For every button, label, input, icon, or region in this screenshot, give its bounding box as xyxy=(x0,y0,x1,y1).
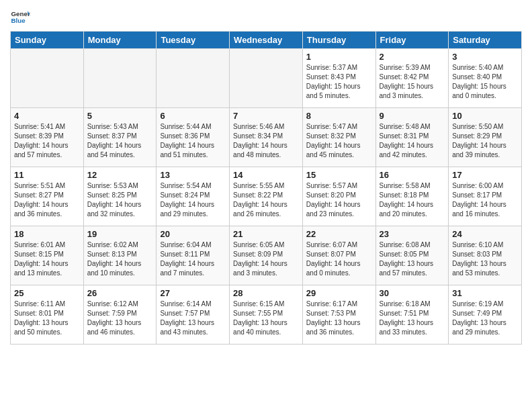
cell-5-7: 31Sunrise: 6:19 AM Sunset: 7:49 PM Dayli… xyxy=(449,285,522,345)
day-info: Sunrise: 6:12 AM Sunset: 7:59 PM Dayligh… xyxy=(87,300,153,337)
day-info: Sunrise: 6:15 AM Sunset: 7:55 PM Dayligh… xyxy=(233,300,299,337)
week-row-4: 18Sunrise: 6:01 AM Sunset: 8:15 PM Dayli… xyxy=(11,226,522,285)
day-info: Sunrise: 5:40 AM Sunset: 8:40 PM Dayligh… xyxy=(452,63,518,101)
day-info: Sunrise: 5:50 AM Sunset: 8:29 PM Dayligh… xyxy=(452,122,518,160)
cell-3-6: 16Sunrise: 5:58 AM Sunset: 8:18 PM Dayli… xyxy=(375,167,449,226)
cell-5-6: 30Sunrise: 6:18 AM Sunset: 7:51 PM Dayli… xyxy=(375,285,449,345)
day-info: Sunrise: 6:02 AM Sunset: 8:13 PM Dayligh… xyxy=(87,240,153,278)
day-number: 23 xyxy=(380,229,445,239)
day-info: Sunrise: 5:46 AM Sunset: 8:34 PM Dayligh… xyxy=(233,122,299,160)
day-info: Sunrise: 6:08 AM Sunset: 8:05 PM Dayligh… xyxy=(380,240,445,278)
day-number: 19 xyxy=(87,229,153,239)
day-number: 9 xyxy=(380,111,445,121)
col-header-thursday: Thursday xyxy=(302,32,375,49)
day-info: Sunrise: 6:04 AM Sunset: 8:11 PM Dayligh… xyxy=(160,240,226,278)
col-header-sunday: Sunday xyxy=(11,32,84,49)
cell-3-7: 17Sunrise: 6:00 AM Sunset: 8:17 PM Dayli… xyxy=(449,167,522,226)
day-number: 29 xyxy=(306,288,372,298)
cell-4-1: 18Sunrise: 6:01 AM Sunset: 8:15 PM Dayli… xyxy=(11,226,84,285)
day-info: Sunrise: 6:07 AM Sunset: 8:07 PM Dayligh… xyxy=(306,240,372,278)
day-info: Sunrise: 6:17 AM Sunset: 7:53 PM Dayligh… xyxy=(306,300,372,337)
cell-5-2: 26Sunrise: 6:12 AM Sunset: 7:59 PM Dayli… xyxy=(83,285,157,345)
day-info: Sunrise: 5:43 AM Sunset: 8:37 PM Dayligh… xyxy=(87,122,153,160)
col-header-friday: Friday xyxy=(375,32,449,49)
cell-1-3 xyxy=(157,49,230,108)
day-number: 10 xyxy=(452,111,518,121)
day-number: 4 xyxy=(14,111,80,121)
col-header-monday: Monday xyxy=(83,32,157,49)
day-number: 26 xyxy=(87,288,153,298)
cell-2-5: 8Sunrise: 5:47 AM Sunset: 8:32 PM Daylig… xyxy=(302,108,375,167)
day-info: Sunrise: 5:58 AM Sunset: 8:18 PM Dayligh… xyxy=(380,181,445,219)
day-number: 17 xyxy=(452,170,518,180)
svg-text:Blue: Blue xyxy=(11,17,26,24)
cell-5-1: 25Sunrise: 6:11 AM Sunset: 8:01 PM Dayli… xyxy=(11,285,84,345)
cell-5-4: 28Sunrise: 6:15 AM Sunset: 7:55 PM Dayli… xyxy=(230,285,303,345)
day-number: 1 xyxy=(306,52,372,62)
day-number: 25 xyxy=(14,288,80,298)
col-header-saturday: Saturday xyxy=(449,32,522,49)
cell-4-4: 21Sunrise: 6:05 AM Sunset: 8:09 PM Dayli… xyxy=(230,226,303,285)
logo-icon: General Blue xyxy=(10,7,30,27)
day-info: Sunrise: 5:37 AM Sunset: 8:43 PM Dayligh… xyxy=(306,63,372,101)
day-info: Sunrise: 5:57 AM Sunset: 8:20 PM Dayligh… xyxy=(306,181,372,219)
day-number: 18 xyxy=(14,229,80,239)
cell-4-7: 24Sunrise: 6:10 AM Sunset: 8:03 PM Dayli… xyxy=(449,226,522,285)
day-number: 7 xyxy=(233,111,299,121)
day-info: Sunrise: 6:18 AM Sunset: 7:51 PM Dayligh… xyxy=(380,300,445,337)
day-number: 15 xyxy=(306,170,372,180)
day-number: 31 xyxy=(452,288,518,298)
day-number: 13 xyxy=(160,170,226,180)
day-number: 21 xyxy=(233,229,299,239)
cell-3-1: 11Sunrise: 5:51 AM Sunset: 8:27 PM Dayli… xyxy=(11,167,84,226)
day-info: Sunrise: 6:10 AM Sunset: 8:03 PM Dayligh… xyxy=(452,240,518,278)
cell-2-2: 5Sunrise: 5:43 AM Sunset: 8:37 PM Daylig… xyxy=(83,108,157,167)
day-number: 5 xyxy=(87,111,153,121)
day-number: 6 xyxy=(160,111,226,121)
day-info: Sunrise: 6:11 AM Sunset: 8:01 PM Dayligh… xyxy=(14,300,80,337)
header-row: SundayMondayTuesdayWednesdayThursdayFrid… xyxy=(11,32,522,49)
week-row-1: 1Sunrise: 5:37 AM Sunset: 8:43 PM Daylig… xyxy=(11,49,522,108)
cell-1-2 xyxy=(83,49,157,108)
calendar-table: SundayMondayTuesdayWednesdayThursdayFrid… xyxy=(10,31,522,345)
day-info: Sunrise: 5:47 AM Sunset: 8:32 PM Dayligh… xyxy=(306,122,372,160)
cell-3-5: 15Sunrise: 5:57 AM Sunset: 8:20 PM Dayli… xyxy=(302,167,375,226)
day-info: Sunrise: 5:48 AM Sunset: 8:31 PM Dayligh… xyxy=(380,122,445,160)
day-number: 14 xyxy=(233,170,299,180)
col-header-tuesday: Tuesday xyxy=(157,32,230,49)
day-number: 20 xyxy=(160,229,226,239)
day-number: 3 xyxy=(452,52,518,62)
day-number: 16 xyxy=(380,170,445,180)
day-info: Sunrise: 5:41 AM Sunset: 8:39 PM Dayligh… xyxy=(14,122,80,160)
cell-4-5: 22Sunrise: 6:07 AM Sunset: 8:07 PM Dayli… xyxy=(302,226,375,285)
day-info: Sunrise: 5:54 AM Sunset: 8:24 PM Dayligh… xyxy=(160,181,226,219)
col-header-wednesday: Wednesday xyxy=(230,32,303,49)
cell-2-1: 4Sunrise: 5:41 AM Sunset: 8:39 PM Daylig… xyxy=(11,108,84,167)
logo: General Blue xyxy=(10,7,30,27)
cell-3-4: 14Sunrise: 5:55 AM Sunset: 8:22 PM Dayli… xyxy=(230,167,303,226)
week-row-2: 4Sunrise: 5:41 AM Sunset: 8:39 PM Daylig… xyxy=(11,108,522,167)
cell-1-7: 3Sunrise: 5:40 AM Sunset: 8:40 PM Daylig… xyxy=(449,49,522,108)
cell-5-5: 29Sunrise: 6:17 AM Sunset: 7:53 PM Dayli… xyxy=(302,285,375,345)
cell-2-7: 10Sunrise: 5:50 AM Sunset: 8:29 PM Dayli… xyxy=(449,108,522,167)
cell-3-3: 13Sunrise: 5:54 AM Sunset: 8:24 PM Dayli… xyxy=(157,167,230,226)
day-info: Sunrise: 5:55 AM Sunset: 8:22 PM Dayligh… xyxy=(233,181,299,219)
cell-4-2: 19Sunrise: 6:02 AM Sunset: 8:13 PM Dayli… xyxy=(83,226,157,285)
cell-2-3: 6Sunrise: 5:44 AM Sunset: 8:36 PM Daylig… xyxy=(157,108,230,167)
day-number: 30 xyxy=(380,288,445,298)
week-row-3: 11Sunrise: 5:51 AM Sunset: 8:27 PM Dayli… xyxy=(11,167,522,226)
svg-text:General: General xyxy=(11,10,31,17)
cell-1-4 xyxy=(230,49,303,108)
cell-5-3: 27Sunrise: 6:14 AM Sunset: 7:57 PM Dayli… xyxy=(157,285,230,345)
cell-2-6: 9Sunrise: 5:48 AM Sunset: 8:31 PM Daylig… xyxy=(375,108,449,167)
day-info: Sunrise: 5:44 AM Sunset: 8:36 PM Dayligh… xyxy=(160,122,226,160)
day-info: Sunrise: 6:01 AM Sunset: 8:15 PM Dayligh… xyxy=(14,240,80,278)
day-number: 8 xyxy=(306,111,372,121)
cell-4-6: 23Sunrise: 6:08 AM Sunset: 8:05 PM Dayli… xyxy=(375,226,449,285)
day-info: Sunrise: 5:39 AM Sunset: 8:42 PM Dayligh… xyxy=(380,63,445,101)
page: General Blue SundayMondayTuesdayWednesda… xyxy=(0,0,532,351)
day-info: Sunrise: 6:14 AM Sunset: 7:57 PM Dayligh… xyxy=(160,300,226,337)
header: General Blue xyxy=(10,7,522,27)
cell-2-4: 7Sunrise: 5:46 AM Sunset: 8:34 PM Daylig… xyxy=(230,108,303,167)
day-info: Sunrise: 5:53 AM Sunset: 8:25 PM Dayligh… xyxy=(87,181,153,219)
